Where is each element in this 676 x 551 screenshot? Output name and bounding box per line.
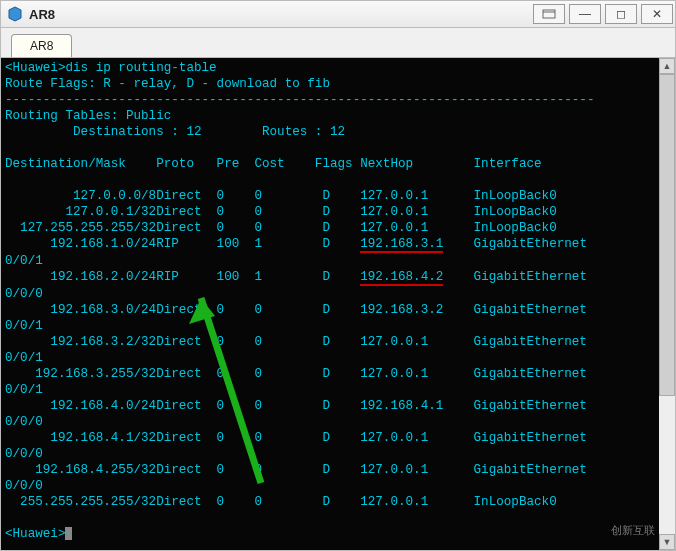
terminal-container: <Huawei>dis ip routing-tableRoute Flags:…: [0, 58, 676, 551]
window-title: AR8: [29, 7, 531, 22]
tab-ar8[interactable]: AR8: [11, 34, 72, 57]
cli-prompt[interactable]: <Huawei>: [5, 526, 671, 542]
scroll-thumb[interactable]: [659, 74, 675, 396]
cli-blank: [5, 510, 671, 526]
cli-table-title: Routing Tables: Public: [5, 108, 671, 124]
tab-bar: AR8: [0, 28, 676, 58]
cli-separator: ----------------------------------------…: [5, 92, 671, 108]
route-row: 127.255.255.255/32Direct 0 0 D 127.0.0.1…: [5, 220, 671, 236]
terminal[interactable]: <Huawei>dis ip routing-tableRoute Flags:…: [1, 58, 675, 544]
cli-command: <Huawei>dis ip routing-table: [5, 60, 671, 76]
route-row-iface-suffix: 0/0/0: [5, 446, 671, 462]
maximize-button[interactable]: ◻: [605, 4, 637, 24]
route-row: 192.168.3.0/24Direct 0 0 D 192.168.3.2 G…: [5, 302, 671, 318]
route-row-iface-suffix: 0/0/1: [5, 350, 671, 366]
scroll-up-icon[interactable]: ▲: [659, 58, 675, 74]
scroll-track[interactable]: [659, 74, 675, 534]
route-row: 127.0.0.0/8Direct 0 0 D 127.0.0.1 InLoop…: [5, 188, 671, 204]
route-row: 192.168.3.2/32Direct 0 0 D 127.0.0.1 Gig…: [5, 334, 671, 350]
scrollbar[interactable]: ▲ ▼: [659, 58, 675, 550]
scroll-down-icon[interactable]: ▼: [659, 534, 675, 550]
route-row-iface-suffix: 0/0/1: [5, 318, 671, 334]
options-button[interactable]: [533, 4, 565, 24]
cli-columns-header: Destination/Mask Proto Pre Cost Flags Ne…: [5, 156, 671, 172]
route-row: 127.0.0.1/32Direct 0 0 D 127.0.0.1 InLoo…: [5, 204, 671, 220]
route-row: 192.168.3.255/32Direct 0 0 D 127.0.0.1 G…: [5, 366, 671, 382]
highlighted-nexthop: 192.168.4.2: [360, 271, 443, 286]
route-row-iface-suffix: 0/0/0: [5, 478, 671, 494]
svg-rect-0: [543, 10, 555, 18]
route-row: 255.255.255.255/32Direct 0 0 D 127.0.0.1…: [5, 494, 671, 510]
cursor-icon: [65, 527, 72, 540]
route-row-iface-suffix: 0/0/0: [5, 414, 671, 430]
close-button[interactable]: ✕: [641, 4, 673, 24]
cli-blank: [5, 140, 671, 156]
route-row-iface-suffix: 0/0/1: [5, 253, 671, 269]
cli-summary: Destinations : 12 Routes : 12: [5, 124, 671, 140]
route-row: 192.168.1.0/24RIP 100 1 D 192.168.3.1 Gi…: [5, 236, 671, 253]
route-row-iface-suffix: 0/0/1: [5, 382, 671, 398]
cli-flags-legend: Route Flags: R - relay, D - download to …: [5, 76, 671, 92]
route-row: 192.168.2.0/24RIP 100 1 D 192.168.4.2 Gi…: [5, 269, 671, 286]
cli-blank: [5, 172, 671, 188]
highlighted-nexthop: 192.168.3.1: [360, 238, 443, 253]
route-row-iface-suffix: 0/0/0: [5, 286, 671, 302]
watermark-text: 创新互联: [611, 523, 655, 538]
route-row: 192.168.4.1/32Direct 0 0 D 127.0.0.1 Gig…: [5, 430, 671, 446]
window-titlebar: AR8 — ◻ ✕: [0, 0, 676, 28]
route-row: 192.168.4.0/24Direct 0 0 D 192.168.4.1 G…: [5, 398, 671, 414]
route-row: 192.168.4.255/32Direct 0 0 D 127.0.0.1 G…: [5, 462, 671, 478]
minimize-button[interactable]: —: [569, 4, 601, 24]
window-controls: — ◻ ✕: [531, 2, 675, 26]
app-icon: [7, 6, 23, 22]
